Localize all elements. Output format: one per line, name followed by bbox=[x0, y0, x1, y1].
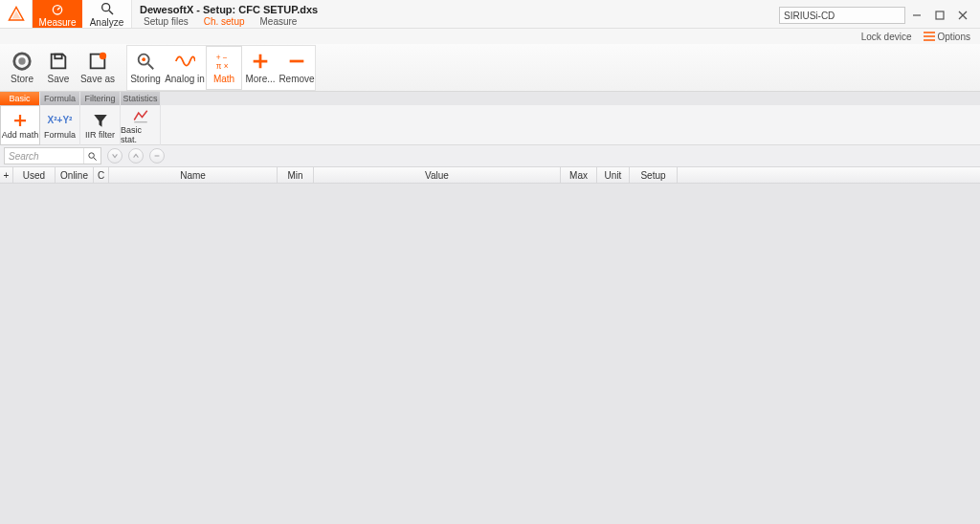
record-icon bbox=[11, 51, 33, 72]
tab-measure-label: Measure bbox=[39, 17, 77, 28]
minus-icon bbox=[286, 51, 307, 72]
cat-formula[interactable]: Formula ... bbox=[40, 92, 80, 105]
svg-point-6 bbox=[100, 53, 106, 59]
sub-tabs: Setup files Ch. setup Measure bbox=[132, 15, 327, 29]
cat-filtering[interactable]: Filtering bbox=[80, 92, 121, 105]
storing-button[interactable]: Storing bbox=[127, 46, 164, 90]
col-online[interactable]: Online bbox=[56, 167, 94, 183]
tab-setup-files[interactable]: Setup files bbox=[136, 15, 196, 29]
maximize-button[interactable] bbox=[928, 5, 951, 26]
lock-device[interactable]: Lock device bbox=[861, 32, 912, 42]
analog-in-label: Analog in bbox=[165, 74, 205, 84]
col-value[interactable]: Value bbox=[314, 167, 561, 183]
expand-down-button[interactable] bbox=[107, 148, 122, 164]
formula-label: Formula bbox=[44, 130, 76, 140]
save-label: Save bbox=[48, 74, 70, 84]
remove-round-button[interactable] bbox=[149, 148, 165, 164]
analog-in-icon bbox=[174, 51, 195, 72]
basic-stat-button[interactable]: Basic stat. bbox=[121, 105, 161, 145]
search-box bbox=[4, 147, 101, 164]
svg-point-0 bbox=[53, 5, 61, 13]
title-bar: Measure Analyze DewesoftX - Setup: CFC S… bbox=[0, 0, 980, 29]
svg-point-8 bbox=[142, 57, 145, 61]
options-button[interactable]: Options bbox=[924, 32, 970, 42]
col-unit[interactable]: Unit bbox=[597, 167, 630, 183]
more-button[interactable]: More... bbox=[242, 46, 278, 90]
col-setup[interactable]: Setup bbox=[630, 167, 678, 183]
col-min[interactable]: Min bbox=[278, 167, 314, 183]
save-button[interactable]: Save bbox=[40, 46, 77, 90]
svg-rect-5 bbox=[55, 55, 61, 59]
options-bar: Lock device Options bbox=[0, 29, 980, 44]
iir-filter-button[interactable]: IIR filter bbox=[80, 105, 121, 145]
save-as-label: Save as bbox=[80, 74, 115, 84]
iir-filter-label: IIR filter bbox=[85, 130, 115, 140]
remove-label: Remove bbox=[278, 74, 314, 84]
device-selector-value: SIRIUSi-CD bbox=[784, 11, 835, 21]
lock-device-label: Lock device bbox=[861, 32, 912, 42]
save-as-icon bbox=[87, 51, 108, 72]
svg-text:+ −: + − bbox=[216, 54, 228, 62]
search-icon[interactable] bbox=[83, 148, 100, 164]
math-icon: + −π × bbox=[213, 51, 234, 72]
storing-icon bbox=[135, 51, 156, 72]
col-c[interactable]: C bbox=[94, 167, 109, 183]
save-as-button[interactable]: Save as bbox=[77, 46, 119, 90]
window-title: DewesoftX - Setup: CFC SETUP.dxs bbox=[132, 0, 327, 15]
category-tabs: Basic Formula ... Filtering Statistics bbox=[0, 92, 980, 105]
minimize-button[interactable] bbox=[905, 5, 928, 26]
grid-body-empty bbox=[0, 184, 980, 524]
col-used[interactable]: Used bbox=[13, 167, 56, 183]
svg-point-1 bbox=[101, 3, 109, 11]
cat-basic[interactable]: Basic bbox=[0, 92, 40, 105]
col-max[interactable]: Max bbox=[561, 167, 597, 183]
formula-icon: X²+Y² bbox=[52, 112, 69, 129]
options-label: Options bbox=[938, 32, 970, 42]
tab-analyze-label: Analyze bbox=[90, 17, 124, 28]
plus-icon bbox=[250, 51, 271, 72]
collapse-up-button[interactable] bbox=[128, 148, 144, 164]
svg-rect-2 bbox=[936, 11, 944, 19]
storing-label: Storing bbox=[130, 74, 161, 84]
app-logo bbox=[0, 0, 33, 28]
svg-point-11 bbox=[89, 152, 95, 158]
more-label: More... bbox=[245, 74, 275, 84]
add-math-button[interactable]: Add math bbox=[0, 105, 40, 145]
col-expand[interactable]: + bbox=[0, 167, 13, 183]
tab-ch-setup[interactable]: Ch. setup bbox=[196, 15, 253, 29]
col-name[interactable]: Name bbox=[109, 167, 278, 183]
store-button[interactable]: Store bbox=[4, 46, 40, 90]
formula-button[interactable]: X²+Y² Formula bbox=[40, 105, 80, 145]
cat-statistics[interactable]: Statistics bbox=[121, 92, 161, 105]
math-button[interactable]: + −π × Math bbox=[206, 46, 242, 90]
search-input[interactable] bbox=[5, 151, 83, 162]
stat-icon bbox=[132, 107, 149, 124]
tab-analyze[interactable]: Analyze bbox=[82, 0, 132, 28]
tab-measure-sub[interactable]: Measure bbox=[253, 15, 305, 29]
remove-button[interactable]: Remove bbox=[278, 46, 315, 90]
ribbon-toolbar: Store Save Save as Storing Analog in + −… bbox=[0, 44, 980, 92]
close-button[interactable] bbox=[951, 5, 974, 26]
tab-measure[interactable]: Measure bbox=[33, 0, 82, 28]
save-icon bbox=[48, 51, 69, 72]
search-row bbox=[0, 145, 980, 166]
filter-icon bbox=[92, 112, 109, 129]
store-label: Store bbox=[11, 74, 33, 84]
plus-icon bbox=[11, 112, 29, 129]
add-math-label: Add math bbox=[2, 130, 39, 140]
math-label: Math bbox=[213, 74, 234, 84]
analog-in-button[interactable]: Analog in bbox=[164, 46, 206, 90]
category-buttons: Add math X²+Y² Formula IIR filter Basic … bbox=[0, 105, 980, 145]
svg-text:π ×: π × bbox=[216, 62, 229, 71]
device-selector[interactable]: SIRIUSi-CD bbox=[779, 7, 905, 24]
svg-point-4 bbox=[18, 57, 25, 64]
column-header-row: + Used Online C Name Min Value Max Unit … bbox=[0, 166, 980, 184]
basic-stat-label: Basic stat. bbox=[121, 125, 160, 144]
